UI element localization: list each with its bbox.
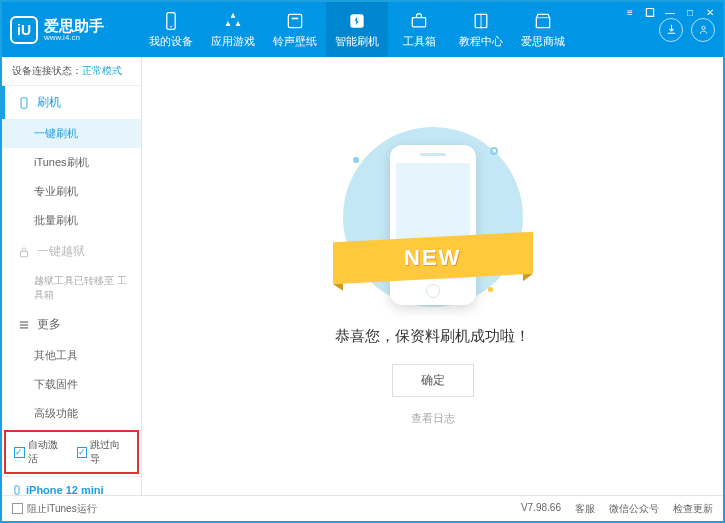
section-more[interactable]: 更多: [2, 308, 141, 341]
checkbox-highlight-box: ✓自动激活 ✓跳过向导: [4, 430, 139, 474]
version-label: V7.98.66: [521, 502, 561, 516]
nav-tabs: 我的设备 应用游戏 铃声壁纸 智能刷机 工具箱 教程中心 爱思商城: [140, 2, 574, 57]
view-log-link[interactable]: 查看日志: [411, 411, 455, 426]
user-icon: [697, 23, 710, 36]
wechat-link[interactable]: 微信公众号: [609, 502, 659, 516]
menu-icon[interactable]: ≡: [623, 5, 637, 19]
logo-icon: iU: [10, 16, 38, 44]
section-flash[interactable]: 刷机: [2, 86, 141, 119]
main-content: NEW 恭喜您，保资料刷机成功啦！ 确定 查看日志: [142, 57, 723, 495]
wallpaper-icon: [285, 11, 305, 31]
close-icon[interactable]: ✕: [703, 5, 717, 19]
section-label: 更多: [37, 316, 61, 333]
check-icon: ✓: [77, 447, 88, 458]
sidebar-bottom: ✓自动激活 ✓跳过向导 iPhone 12 mini 64GB Down-12m…: [2, 428, 141, 495]
success-illustration: NEW: [343, 127, 523, 307]
check-update-link[interactable]: 检查更新: [673, 502, 713, 516]
check-icon: ✓: [14, 447, 25, 458]
phone-icon: [161, 11, 181, 31]
tab-tutorials[interactable]: 教程中心: [450, 2, 512, 57]
jailbreak-note: 越狱工具已转移至 工具箱: [2, 268, 141, 308]
toolbox-icon: [409, 11, 429, 31]
tab-my-device[interactable]: 我的设备: [140, 2, 202, 57]
status-label: 设备连接状态：: [12, 65, 82, 76]
sidebar-item-pro-flash[interactable]: 专业刷机: [2, 177, 141, 206]
download-button[interactable]: [659, 18, 683, 42]
nav-label: 我的设备: [149, 34, 193, 49]
svg-rect-11: [21, 251, 28, 256]
sidebar-item-other-tools[interactable]: 其他工具: [2, 341, 141, 370]
download-icon: [665, 23, 678, 36]
store-icon: [533, 11, 553, 31]
footer-right: V7.98.66 客服 微信公众号 检查更新: [521, 502, 713, 516]
app-url: www.i4.cn: [44, 33, 104, 42]
phone-icon: [12, 483, 22, 495]
window-controls: ≡ 🞏 — □ ✕: [623, 5, 717, 19]
checkbox-auto-activate[interactable]: ✓自动激活: [14, 438, 67, 466]
nav-label: 应用游戏: [211, 34, 255, 49]
ribbon-text: NEW: [404, 245, 461, 271]
checkbox-skip-wizard[interactable]: ✓跳过向导: [77, 438, 130, 466]
app-window: ≡ 🞏 — □ ✕ iU 爱思助手 www.i4.cn 我的设备 应用游戏 铃声…: [0, 0, 725, 523]
sidebar-item-batch-flash[interactable]: 批量刷机: [2, 206, 141, 235]
header: iU 爱思助手 www.i4.cn 我的设备 应用游戏 铃声壁纸 智能刷机 工具…: [2, 2, 723, 57]
sidebar-item-oneclick-flash[interactable]: 一键刷机: [2, 119, 141, 148]
status-value: 正常模式: [82, 65, 122, 76]
lock-icon: [17, 245, 31, 259]
flash-icon: [347, 11, 367, 31]
confirm-button[interactable]: 确定: [392, 364, 474, 397]
logo: iU 爱思助手 www.i4.cn: [10, 16, 140, 44]
user-button[interactable]: [691, 18, 715, 42]
body: 设备连接状态：正常模式 刷机 一键刷机 iTunes刷机 专业刷机 批量刷机 一…: [2, 57, 723, 495]
footer: 阻止iTunes运行 V7.98.66 客服 微信公众号 检查更新: [2, 495, 723, 521]
section-label: 刷机: [37, 94, 61, 111]
nav-label: 智能刷机: [335, 34, 379, 49]
minimize-icon[interactable]: —: [663, 5, 677, 19]
svg-rect-3: [292, 17, 299, 19]
svg-point-1: [170, 26, 172, 28]
tab-ringtones[interactable]: 铃声壁纸: [264, 2, 326, 57]
svg-rect-15: [15, 486, 19, 494]
nav-label: 教程中心: [459, 34, 503, 49]
tab-store[interactable]: 爱思商城: [512, 2, 574, 57]
header-right: [659, 18, 715, 42]
section-label: 一键越狱: [37, 243, 85, 260]
sidebar: 设备连接状态：正常模式 刷机 一键刷机 iTunes刷机 专业刷机 批量刷机 一…: [2, 57, 142, 495]
svg-rect-2: [288, 14, 301, 27]
sidebar-item-itunes-flash[interactable]: iTunes刷机: [2, 148, 141, 177]
connection-status: 设备连接状态：正常模式: [2, 57, 141, 86]
sidebar-item-advanced[interactable]: 高级功能: [2, 399, 141, 428]
section-jailbreak: 一键越狱: [2, 235, 141, 268]
checkbox-label: 自动激活: [28, 438, 67, 466]
svg-rect-10: [21, 97, 27, 108]
tab-flash[interactable]: 智能刷机: [326, 2, 388, 57]
svg-rect-5: [412, 17, 425, 26]
nav-label: 铃声壁纸: [273, 34, 317, 49]
checkbox-block-itunes[interactable]: 阻止iTunes运行: [12, 502, 97, 516]
device-name[interactable]: iPhone 12 mini: [12, 483, 131, 495]
svg-point-9: [701, 26, 704, 29]
tab-toolbox[interactable]: 工具箱: [388, 2, 450, 57]
service-link[interactable]: 客服: [575, 502, 595, 516]
maximize-icon[interactable]: □: [683, 5, 697, 19]
tab-apps[interactable]: 应用游戏: [202, 2, 264, 57]
nav-label: 工具箱: [403, 34, 436, 49]
sidebar-item-download-firmware[interactable]: 下载固件: [2, 370, 141, 399]
phone-icon: [17, 96, 31, 110]
nav-label: 爱思商城: [521, 34, 565, 49]
checkbox-label: 阻止iTunes运行: [27, 502, 97, 516]
device-info: iPhone 12 mini 64GB Down-12mini-13,1: [2, 476, 141, 495]
app-name: 爱思助手: [44, 18, 104, 33]
apps-icon: [223, 11, 243, 31]
menu-icon: [17, 318, 31, 332]
book-icon: [471, 11, 491, 31]
device-name-text: iPhone 12 mini: [26, 484, 104, 495]
success-message: 恭喜您，保资料刷机成功啦！: [335, 327, 530, 346]
checkbox-label: 跳过向导: [90, 438, 129, 466]
lock-icon[interactable]: 🞏: [643, 5, 657, 19]
checkbox-icon: [12, 503, 23, 514]
